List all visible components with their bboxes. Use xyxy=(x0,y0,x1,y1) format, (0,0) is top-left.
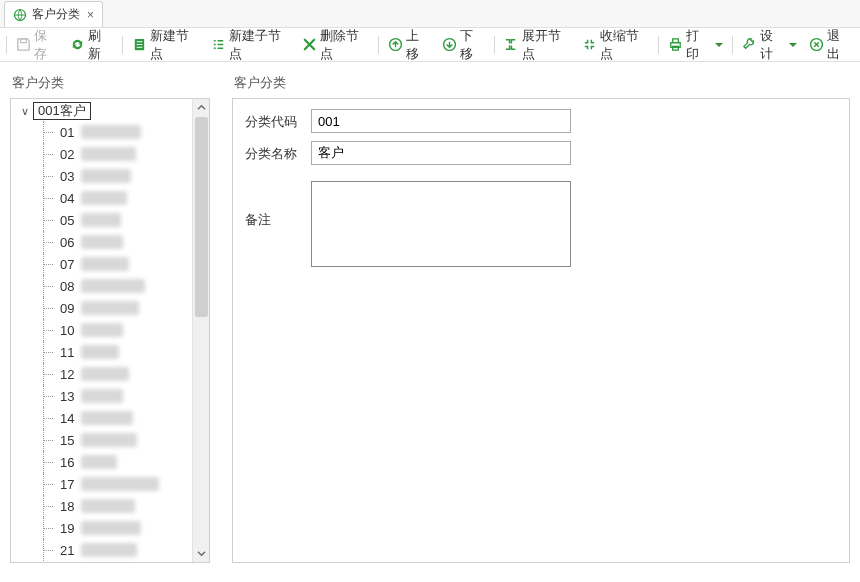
tree-item-number: 18 xyxy=(60,499,78,514)
tree-item[interactable]: 09 xyxy=(43,297,209,319)
print-icon xyxy=(668,37,683,53)
expand-button[interactable]: 展开节点 xyxy=(498,32,575,58)
delete-node-button[interactable]: 删除节点 xyxy=(297,32,374,58)
tree-item[interactable]: 14 xyxy=(43,407,209,429)
toolbar-label: 删除节点 xyxy=(320,27,369,63)
tree-item[interactable]: 02 xyxy=(43,143,209,165)
note-textarea[interactable] xyxy=(311,181,571,267)
tree-item-label-blurred xyxy=(81,345,119,359)
toolbar-label: 保存 xyxy=(34,27,58,63)
toolbar-label: 新建子节点 xyxy=(229,27,290,63)
tree-item[interactable]: 06 xyxy=(43,231,209,253)
right-panel-title: 客户分类 xyxy=(232,74,850,92)
tree-item-number: 10 xyxy=(60,323,78,338)
chevron-down-icon[interactable]: ∨ xyxy=(21,105,29,118)
collapse-button[interactable]: 收缩节点 xyxy=(577,32,654,58)
tree-item-number: 19 xyxy=(60,521,78,536)
tree-item-label-blurred xyxy=(81,147,136,161)
tree-connector-icon xyxy=(43,231,57,253)
new-child-node-button[interactable]: 新建子节点 xyxy=(206,32,295,58)
tree-item-number: 21 xyxy=(60,543,78,558)
note-label: 备注 xyxy=(245,181,305,229)
arrow-down-icon xyxy=(442,37,457,53)
tree-item[interactable]: 10 xyxy=(43,319,209,341)
tree-item[interactable]: 08 xyxy=(43,275,209,297)
svg-rect-7 xyxy=(673,46,679,50)
tree-item[interactable]: 01 xyxy=(43,121,209,143)
scrollbar[interactable] xyxy=(192,99,209,562)
name-input[interactable] xyxy=(311,141,571,165)
tree-connector-icon xyxy=(43,297,57,319)
svg-rect-6 xyxy=(673,39,679,43)
close-circle-icon xyxy=(809,37,824,53)
tree-item-label-blurred xyxy=(81,477,159,491)
tree-item[interactable]: 11 xyxy=(43,341,209,363)
tree-item[interactable]: 17 xyxy=(43,473,209,495)
tree-item-label-blurred xyxy=(81,235,123,249)
tree-item-number: 16 xyxy=(60,455,78,470)
tree-item-label-blurred xyxy=(81,169,131,183)
tree-item-number: 09 xyxy=(60,301,78,316)
tree-item-label-blurred xyxy=(81,257,129,271)
save-icon xyxy=(16,37,31,53)
tree-item-label-blurred xyxy=(81,213,121,227)
tree-connector-icon xyxy=(43,473,57,495)
delete-icon xyxy=(302,37,317,53)
document-icon xyxy=(132,37,147,53)
tree-item[interactable]: 19 xyxy=(43,517,209,539)
new-node-button[interactable]: 新建节点 xyxy=(127,32,204,58)
tree-connector-icon xyxy=(43,451,57,473)
tree-connector-icon xyxy=(43,407,57,429)
form-row-code: 分类代码 xyxy=(245,109,837,133)
tree-root-label: 001客户 xyxy=(33,102,91,120)
tree-item[interactable]: 16 xyxy=(43,451,209,473)
design-button[interactable]: 设计 xyxy=(737,32,802,58)
form-row-name: 分类名称 xyxy=(245,141,837,165)
tree-item[interactable]: 13 xyxy=(43,385,209,407)
tree-item-number: 14 xyxy=(60,411,78,426)
tab-bar: 客户分类 × xyxy=(0,0,860,28)
tree-root-node[interactable]: ∨ 001客户 xyxy=(21,101,209,121)
right-panel: 客户分类 分类代码 分类名称 备注 xyxy=(232,74,850,563)
tree-item-number: 01 xyxy=(60,125,78,140)
scroll-down-icon[interactable] xyxy=(193,545,209,562)
tree-item-label-blurred xyxy=(81,191,127,205)
tree-item-number: 04 xyxy=(60,191,78,206)
tree-item-label-blurred xyxy=(81,367,129,381)
tree-connector-icon xyxy=(43,517,57,539)
svg-rect-1 xyxy=(21,39,27,43)
scroll-up-icon[interactable] xyxy=(193,99,209,116)
tree-item[interactable]: 05 xyxy=(43,209,209,231)
move-down-button[interactable]: 下移 xyxy=(437,32,489,58)
tree-item[interactable]: 18 xyxy=(43,495,209,517)
refresh-button[interactable]: 刷新 xyxy=(65,32,117,58)
code-label: 分类代码 xyxy=(245,109,305,131)
scroll-thumb[interactable] xyxy=(195,117,208,317)
tree-item[interactable]: 04 xyxy=(43,187,209,209)
toolbar-label: 上移 xyxy=(406,27,430,63)
tree-item[interactable]: 12 xyxy=(43,363,209,385)
tree-item-label-blurred xyxy=(81,301,139,315)
toolbar-label: 刷新 xyxy=(88,27,112,63)
tree-item-label-blurred xyxy=(81,521,141,535)
expand-icon xyxy=(503,37,518,53)
tree-item[interactable]: 07 xyxy=(43,253,209,275)
tree-connector-icon xyxy=(43,187,57,209)
tree-item-number: 17 xyxy=(60,477,78,492)
tab-customer-category[interactable]: 客户分类 × xyxy=(4,1,103,27)
tree-item[interactable]: 15 xyxy=(43,429,209,451)
toolbar-separator xyxy=(378,36,379,54)
tree-item[interactable]: 21 xyxy=(43,539,209,561)
tree-item-label-blurred xyxy=(81,279,145,293)
move-up-button[interactable]: 上移 xyxy=(383,32,435,58)
tree-item-number: 03 xyxy=(60,169,78,184)
tree-connector-icon xyxy=(43,121,57,143)
tab-close-button[interactable]: × xyxy=(85,8,94,22)
tree-connector-icon xyxy=(43,539,57,561)
code-input[interactable] xyxy=(311,109,571,133)
form-container: 分类代码 分类名称 备注 xyxy=(232,98,850,563)
print-button[interactable]: 打印 xyxy=(663,32,728,58)
toolbar-separator xyxy=(732,36,733,54)
tree-item[interactable]: 03 xyxy=(43,165,209,187)
exit-button[interactable]: 退出 xyxy=(804,32,856,58)
